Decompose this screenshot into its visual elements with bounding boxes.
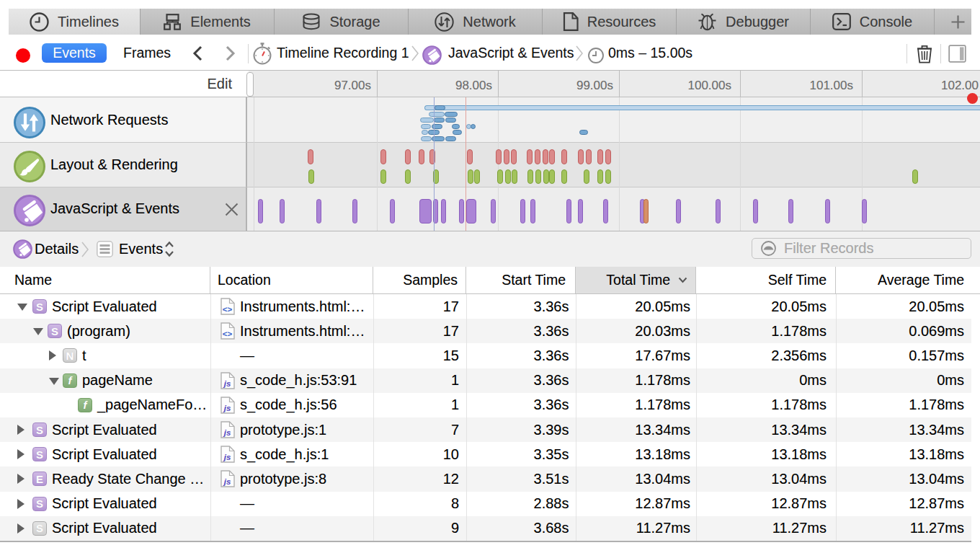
- svg-text:<>: <>: [223, 329, 233, 338]
- svg-text:<>: <>: [223, 305, 233, 314]
- svg-text:js: js: [223, 453, 231, 461]
- svg-text:js: js: [223, 477, 231, 486]
- svg-text:js: js: [223, 379, 231, 387]
- svg-text:js: js: [223, 428, 231, 437]
- svg-text:js: js: [223, 403, 231, 412]
